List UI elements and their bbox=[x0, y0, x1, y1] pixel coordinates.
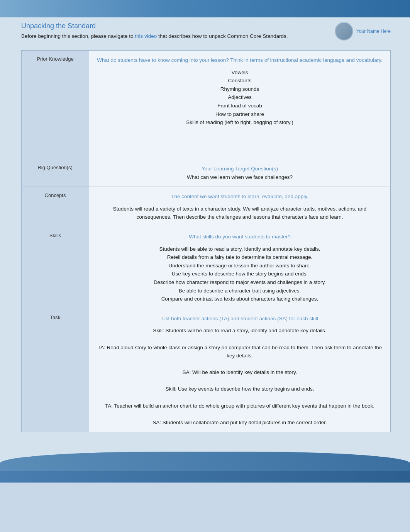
prior-knowledge-line-2: Rhyming sounds bbox=[97, 85, 383, 93]
big-question-line-0: What can we learn when we face challenge… bbox=[97, 173, 383, 182]
header-area: Unpacking the Standard Before beginning … bbox=[0, 17, 410, 44]
skills-line-1: Retell details from a fairy tale to dete… bbox=[97, 253, 383, 262]
table-row: Big Question(s) Your Learning Target Que… bbox=[22, 159, 390, 187]
prior-knowledge-line-5: How to partner share bbox=[97, 110, 383, 119]
task-line-10: SA: Students will collaborate and put ke… bbox=[97, 418, 383, 427]
bottom-bar bbox=[0, 471, 410, 483]
concepts-line-0: Students will read a variety of texts in… bbox=[97, 205, 383, 221]
unpacking-table: Prior Knowledge What do students have to… bbox=[21, 50, 391, 432]
table-row: Concepts The content we want students to… bbox=[22, 187, 390, 227]
task-prompt: List both teacher actions (TA) and stude… bbox=[97, 314, 383, 323]
header-left: Unpacking the Standard Before beginning … bbox=[21, 22, 321, 40]
prior-knowledge-line-6: Skills of reading (left to right, beggin… bbox=[97, 118, 383, 127]
row-label-concepts: Concepts bbox=[22, 187, 89, 227]
prior-knowledge-line-0: Vowels bbox=[97, 68, 383, 77]
row-content-prior-knowledge: What do students have to know coming int… bbox=[89, 51, 390, 159]
video-link[interactable]: this video bbox=[135, 33, 157, 39]
table-row: Prior Knowledge What do students have to… bbox=[22, 51, 390, 159]
prior-knowledge-prompt: What do students have to know coming int… bbox=[97, 56, 383, 65]
skills-line-3: Use key events to describe how the story… bbox=[97, 270, 383, 278]
skills-prompt: What skills do you want students to mast… bbox=[97, 233, 383, 241]
skills-line-2: Understand the message or lesson the aut… bbox=[97, 262, 383, 270]
avatar bbox=[335, 22, 353, 41]
row-content-big-question: Your Learning Target Question(s) What ca… bbox=[89, 159, 390, 187]
intro-text: Before beginning this section, please na… bbox=[21, 32, 321, 40]
header-right: Your Name Here bbox=[321, 22, 391, 41]
row-content-task: List both teacher actions (TA) and stude… bbox=[89, 309, 390, 432]
prior-knowledge-line-1: Constants bbox=[97, 76, 383, 85]
task-line-8: TA: Teacher will build an anchor chart t… bbox=[97, 402, 383, 410]
row-label-prior-knowledge: Prior Knowledge bbox=[22, 51, 89, 159]
top-navigation-bar bbox=[0, 0, 410, 17]
row-label-skills: Skills bbox=[22, 227, 89, 309]
avatar-area: Your Name Here bbox=[335, 22, 391, 41]
row-content-skills: What skills do you want students to mast… bbox=[89, 227, 390, 309]
footer-decoration bbox=[0, 440, 410, 471]
prior-knowledge-line-4: Front load of vocab bbox=[97, 102, 383, 110]
skills-line-6: Compare and contrast two texts about cha… bbox=[97, 295, 383, 303]
intro-after-link: that describes how to unpack Common Core… bbox=[157, 33, 288, 39]
main-content: Prior Knowledge What do students have to… bbox=[0, 44, 410, 440]
skills-line-0: Students will be able to read a story, i… bbox=[97, 245, 383, 253]
table-row: Task List both teacher actions (TA) and … bbox=[22, 309, 390, 432]
footer-wave bbox=[0, 452, 410, 471]
page-title: Unpacking the Standard bbox=[21, 22, 321, 30]
row-content-concepts: The content we want students to learn, e… bbox=[89, 187, 390, 227]
avatar-name-label: Your Name Here bbox=[356, 29, 391, 34]
task-line-0: Skill: Students will be able to read a s… bbox=[97, 326, 383, 335]
table-row: Skills What skills do you want students … bbox=[22, 227, 390, 309]
task-line-2: TA: Read aloud story to whole class or a… bbox=[97, 343, 383, 360]
row-label-task: Task bbox=[22, 309, 89, 432]
task-line-6: Skill: Use key events to describe how th… bbox=[97, 385, 383, 393]
big-question-prompt: Your Learning Target Question(s) bbox=[97, 165, 383, 173]
concepts-prompt: The content we want students to learn, e… bbox=[97, 192, 383, 201]
row-label-big-question: Big Question(s) bbox=[22, 159, 89, 187]
intro-before-link: Before beginning this section, please na… bbox=[21, 33, 135, 39]
prior-knowledge-line-3: Adjectives bbox=[97, 93, 383, 102]
skills-line-4: Describe how character respond to major … bbox=[97, 278, 383, 287]
skills-line-5: Be able to describe a character trait us… bbox=[97, 287, 383, 295]
task-line-4: SA: Will be able to identify key details… bbox=[97, 368, 383, 377]
